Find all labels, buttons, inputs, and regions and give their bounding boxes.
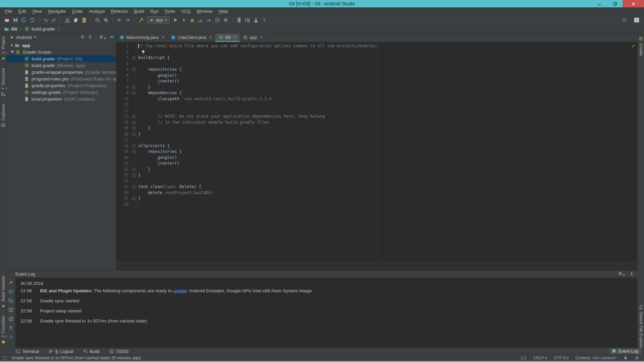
- settings-wrench-button[interactable]: [8, 280, 13, 286]
- update-link[interactable]: update: [173, 288, 187, 293]
- stop-app-button[interactable]: [222, 16, 230, 24]
- back-button[interactable]: [115, 16, 123, 24]
- save-all-button[interactable]: [11, 16, 19, 24]
- editor-tab-mainactivity-java[interactable]: CMainActivity.java×: [116, 34, 168, 42]
- fold-marker[interactable]: [131, 168, 136, 171]
- code-line[interactable]: 9 dependencies {: [116, 90, 637, 96]
- sync-ide-button[interactable]: [19, 16, 28, 24]
- balloon-outline-button[interactable]: [8, 289, 13, 295]
- project-view-selector[interactable]: Android: [7, 34, 116, 41]
- code-line[interactable]: 3buildscript {: [116, 55, 637, 61]
- fold-marker[interactable]: [131, 174, 136, 177]
- settings-gear-button[interactable]: [99, 35, 106, 40]
- menu-tools[interactable]: Tools: [162, 8, 178, 14]
- sdk-manager-button[interactable]: [244, 16, 252, 24]
- tool-button-event-log[interactable]: 1Event Log: [609, 348, 641, 354]
- close-button[interactable]: [623, 0, 644, 7]
- gradle-sync-button[interactable]: [28, 16, 36, 24]
- fold-marker[interactable]: [131, 144, 136, 147]
- editor-tab-oil[interactable]: Oil×: [215, 34, 240, 42]
- fold-marker[interactable]: [131, 121, 136, 124]
- code-line[interactable]: 25task clean(type: Delete) {: [116, 184, 637, 190]
- tree-item[interactable]: build.gradle(Project: Oil): [7, 55, 116, 62]
- code-line[interactable]: 7 jcenter(): [116, 78, 637, 84]
- code-line[interactable]: 18allprojects {: [116, 143, 637, 149]
- code-line[interactable]: 28: [116, 202, 637, 208]
- menu-edit[interactable]: Edit: [15, 8, 29, 14]
- avatar-button[interactable]: [632, 16, 641, 24]
- forward-button[interactable]: [123, 16, 132, 24]
- settings-gear-button[interactable]: [618, 271, 625, 277]
- intention-bulb-icon[interactable]: [141, 50, 146, 54]
- tab-close-icon[interactable]: ×: [234, 35, 236, 40]
- tool-button-todo[interactable]: TODO: [109, 349, 128, 354]
- help-button[interactable]: ?: [8, 335, 14, 341]
- tool-button-captures[interactable]: Captures: [1, 104, 6, 127]
- fold-marker[interactable]: [131, 115, 136, 118]
- code-line[interactable]: 16}: [116, 131, 637, 137]
- debug-app-button[interactable]: [188, 16, 197, 24]
- fold-marker[interactable]: [131, 185, 136, 188]
- code-line[interactable]: 17: [116, 137, 637, 143]
- background-tasks-icon[interactable]: [3, 356, 7, 360]
- replace-button[interactable]: A: [102, 16, 110, 24]
- trash-button[interactable]: [8, 325, 13, 331]
- tree-item[interactable]: gradle.properties(Project Properties): [7, 82, 116, 89]
- code-line[interactable]: 26 delete rootProject.buildDir: [116, 190, 637, 196]
- tool-button-2-favorites[interactable]: 2: Favorites: [1, 316, 6, 344]
- code-line[interactable]: 23}: [116, 172, 637, 178]
- chevron-down-icon[interactable]: [11, 51, 14, 53]
- locate-button[interactable]: [80, 35, 85, 40]
- minimize-button[interactable]: [592, 0, 607, 7]
- menu-analyze[interactable]: Analyze: [86, 8, 108, 14]
- tool-button-6-logcat[interactable]: 6: Logcat: [48, 349, 73, 354]
- chevron-right-icon[interactable]: [11, 44, 13, 47]
- cut-button[interactable]: [63, 16, 71, 24]
- code-line[interactable]: 22 }: [116, 167, 637, 173]
- copy-button[interactable]: [71, 16, 80, 24]
- menu-build[interactable]: Build: [131, 8, 147, 14]
- help-button[interactable]: ?: [260, 16, 269, 24]
- device-download-button[interactable]: [252, 16, 260, 24]
- code-line[interactable]: 21 jcenter(): [116, 161, 637, 167]
- run-configuration-selector[interactable]: app: [147, 16, 170, 24]
- code-line[interactable]: 5 repositories {: [116, 67, 637, 73]
- attach-profiler-button[interactable]: [197, 16, 205, 24]
- avd-manager-button[interactable]: [235, 16, 244, 24]
- menu-window[interactable]: Window: [194, 8, 216, 14]
- editor-scrollbar-track[interactable]: [116, 262, 637, 270]
- tool-button-gradle[interactable]: Gradle: [638, 36, 643, 56]
- code-line[interactable]: 14 // in the individual module build.gra…: [116, 120, 637, 126]
- status-encoding[interactable]: UTF-8: [554, 356, 569, 360]
- code-line[interactable]: 13 // NOTE: Do not place your applicatio…: [116, 114, 637, 120]
- fold-marker[interactable]: [131, 68, 136, 71]
- code-line[interactable]: 6 google(): [116, 73, 637, 79]
- apply-changes-button[interactable]: [180, 16, 188, 24]
- menu-vcs[interactable]: VCS: [178, 8, 194, 14]
- status-line-ending[interactable]: CRLF: [533, 356, 547, 360]
- attach-debugger-button[interactable]: [213, 16, 222, 24]
- dock-down-button[interactable]: [629, 271, 634, 277]
- code-line[interactable]: 20 google(): [116, 155, 637, 161]
- inspections-ok-icon[interactable]: [631, 44, 636, 48]
- tab-close-icon[interactable]: ×: [209, 35, 212, 40]
- status-context[interactable]: Context: <no context>: [576, 356, 616, 360]
- open-project-button[interactable]: [3, 16, 11, 24]
- tool-button-1-project[interactable]: 1: Project: [1, 36, 6, 61]
- paste-button[interactable]: [80, 16, 88, 24]
- tree-item[interactable]: Gradle Scripts: [7, 49, 116, 55]
- tree-item[interactable]: gradle-wrapper.properties(Gradle Version…: [7, 69, 116, 75]
- undo-button[interactable]: [41, 16, 50, 24]
- highlighting-level[interactable]: [635, 355, 639, 361]
- build-project-button[interactable]: [137, 16, 145, 24]
- fold-marker[interactable]: [131, 92, 136, 95]
- tree-item[interactable]: build.gradle(Module: app): [7, 62, 116, 69]
- menu-run[interactable]: Run: [147, 8, 162, 14]
- tool-button-terminal[interactable]: Terminal: [15, 349, 39, 354]
- menu-view[interactable]: View: [29, 8, 45, 14]
- tab-close-icon[interactable]: ×: [162, 35, 164, 40]
- status-caret-position[interactable]: 1:1: [521, 356, 526, 360]
- code-line[interactable]: 8 }: [116, 84, 637, 90]
- menu-help[interactable]: Help: [216, 8, 231, 14]
- readonly-toggle[interactable]: [623, 355, 628, 361]
